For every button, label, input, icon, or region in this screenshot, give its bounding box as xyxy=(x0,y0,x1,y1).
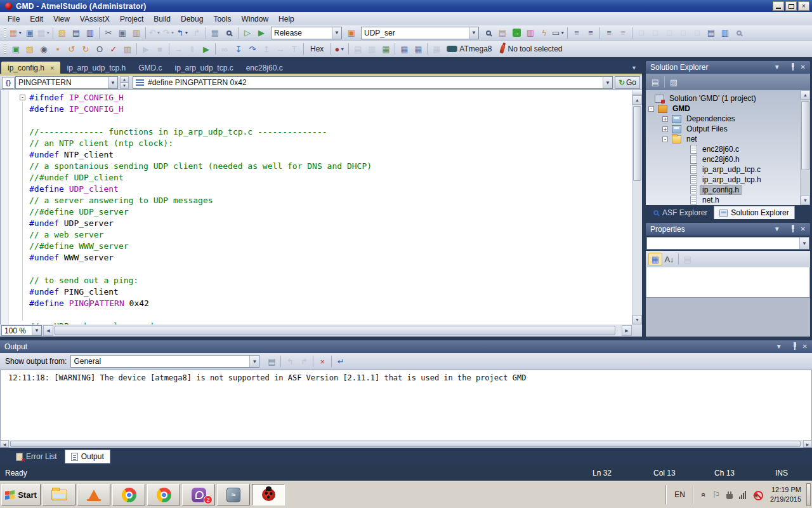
tab-GMD.c[interactable]: GMD.c xyxy=(132,62,168,74)
va-undo-icon[interactable]: ↺ xyxy=(65,43,79,55)
expand-toggle-icon[interactable]: - xyxy=(648,106,654,112)
window-position-chevron-icon[interactable]: ▼ xyxy=(774,64,780,70)
expand-toggle-icon[interactable]: - xyxy=(662,137,668,142)
va-find-references-icon[interactable]: ◉ xyxy=(37,43,51,55)
save-icon[interactable]: ▤ xyxy=(69,27,83,39)
tree-item-ip-arp-udp-tcp-c[interactable]: ip_arp_udp_tcp.c xyxy=(646,164,810,175)
va-options-icon[interactable]: ▣ xyxy=(9,43,23,55)
scroll-left-icon[interactable]: ◀ xyxy=(43,325,53,336)
maximize-button[interactable] xyxy=(785,1,797,11)
tree-vertical-scrollbar[interactable]: ▲ ▼ xyxy=(800,90,810,205)
debug-run-icon[interactable]: ▶ xyxy=(199,43,213,55)
step-over-icon[interactable]: ↷ xyxy=(246,43,259,55)
fold-toggle-icon[interactable]: - xyxy=(20,95,25,100)
chevron-down-icon[interactable]: ▼ xyxy=(32,326,41,335)
tree-item-dependencies[interactable]: +Dependencies xyxy=(646,114,810,124)
close-icon[interactable]: ✕ xyxy=(801,226,806,232)
menu-vassistx[interactable]: VAssistX xyxy=(75,13,115,25)
document-list-chevron-icon[interactable]: ▼ xyxy=(631,65,637,71)
va-redo-icon[interactable]: ↻ xyxy=(79,43,93,55)
goto-message-icon[interactable]: ▤ xyxy=(265,355,278,368)
toolbar-grip[interactable] xyxy=(4,44,6,54)
scope-icon[interactable]: {} xyxy=(2,77,15,89)
menu-tools[interactable]: Tools xyxy=(208,13,236,25)
start-button[interactable]: Start xyxy=(1,484,41,505)
chevron-down-icon[interactable]: ▼ xyxy=(469,27,478,39)
solution-explorer-header[interactable]: Solution Explorer ▼ ✕ xyxy=(646,61,810,74)
tree-item-net-h[interactable]: net.h xyxy=(646,195,810,205)
tree-item-ip-arp-udp-tcp-h[interactable]: ip_arp_udp_tcp.h xyxy=(646,175,810,185)
scroll-right-icon[interactable]: ▶ xyxy=(803,440,812,448)
expand-toggle-icon[interactable]: + xyxy=(662,116,668,122)
chevron-down-icon[interactable]: ▼ xyxy=(249,356,259,367)
window-position-chevron-icon[interactable]: ▼ xyxy=(776,344,782,350)
properties-header[interactable]: Properties ▼ ✕ xyxy=(646,223,810,236)
goto-icon[interactable]: → xyxy=(509,27,523,39)
member-combo[interactable]: #define PINGPATTERN 0x42 ▼ xyxy=(133,76,613,89)
close-icon[interactable]: ✕ xyxy=(801,64,806,70)
solution-tree[interactable]: Solution 'GMD' (1 project)-GMD+Dependenc… xyxy=(646,90,810,205)
scroll-thumb[interactable] xyxy=(633,106,641,181)
va-open-file-icon[interactable]: ▨ xyxy=(23,43,37,55)
decrease-indent-icon[interactable]: ≡ xyxy=(570,27,584,39)
properties-grid[interactable] xyxy=(646,267,810,298)
taskbar-vlc[interactable] xyxy=(77,484,110,505)
start-without-debugging-icon[interactable]: ▶ xyxy=(254,27,268,39)
va-rename-icon[interactable]: ▪ xyxy=(51,43,65,55)
cut-icon[interactable]: ✂ xyxy=(102,27,115,39)
alphabetical-icon[interactable]: A↓ xyxy=(662,253,676,265)
tab-ip_arp_udp_tcp.c[interactable]: ip_arp_udp_tcp.c xyxy=(169,62,240,74)
tab-solution-explorer[interactable]: Solution Explorer xyxy=(714,206,794,219)
chevron-down-icon[interactable]: ▼ xyxy=(108,77,117,88)
copy-icon[interactable]: ▣ xyxy=(115,27,129,39)
power-plug-icon[interactable] xyxy=(726,491,733,499)
pin-icon[interactable] xyxy=(787,342,797,352)
chevron-down-icon[interactable]: ▼ xyxy=(603,77,612,88)
new-project-icon[interactable]: ▦▼ xyxy=(9,27,23,39)
device-label[interactable]: ATmega8 xyxy=(459,44,492,53)
tree-item-output-files[interactable]: +Output Files xyxy=(646,124,810,134)
scroll-thumb[interactable] xyxy=(801,101,809,170)
search-box[interactable]: UDP_ser ▼ xyxy=(361,27,479,39)
navigate-backward-icon[interactable]: ↰▼ xyxy=(176,27,190,39)
clear-all-icon[interactable]: × xyxy=(315,355,329,368)
minimize-button[interactable] xyxy=(773,1,784,11)
window-layout-icon[interactable]: ▤ xyxy=(495,27,509,39)
chevron-down-icon[interactable]: ▼ xyxy=(799,237,809,249)
add-new-item-icon[interactable]: ▣ xyxy=(23,27,37,39)
code-text[interactable]: #ifndef IP_CONFIG_H#define IP_CONFIG_H /… xyxy=(1,90,632,324)
tab-enc28j60.c[interactable]: enc28j60.c xyxy=(240,62,289,74)
menu-build[interactable]: Build xyxy=(148,13,176,25)
taskbar-viber[interactable]: 2 xyxy=(182,484,215,505)
show-hidden-icons-chevron-icon[interactable]: « xyxy=(702,490,706,499)
menu-window[interactable]: Window xyxy=(236,13,273,25)
scroll-thumb[interactable] xyxy=(55,326,615,335)
taskbar-atmel-studio[interactable] xyxy=(252,484,285,505)
scroll-up-icon[interactable]: ▲ xyxy=(632,95,642,105)
zoom-combo[interactable]: 100 % ▼ xyxy=(1,325,42,336)
tab-close-icon[interactable]: × xyxy=(50,65,54,72)
scroll-down-icon[interactable]: ▼ xyxy=(801,196,810,205)
action-center-flag-icon[interactable]: ⚐ xyxy=(712,490,721,500)
symbol-browser-icon[interactable]: ▥ xyxy=(523,27,537,39)
tool-label[interactable]: No tool selected xyxy=(508,44,562,53)
tab-output[interactable]: Output xyxy=(65,450,110,464)
output-header[interactable]: Output ▼ ✕ xyxy=(0,340,812,353)
menu-file[interactable]: File xyxy=(3,13,25,25)
tree-item-solution-gmd-1-project-[interactable]: Solution 'GMD' (1 project) xyxy=(646,93,810,104)
tray-clock[interactable]: 12:19 PM 2/19/2015 xyxy=(770,485,801,505)
network-signal-icon[interactable] xyxy=(739,490,747,499)
categorized-icon[interactable]: ▦ xyxy=(648,253,662,265)
configuration-combo[interactable]: Release ▼ xyxy=(271,27,342,39)
start-debugging-icon[interactable]: ▷ xyxy=(240,27,254,39)
tab-asf-explorer[interactable]: ASF Explorer xyxy=(648,206,712,219)
command-window-icon[interactable]: ▭▼ xyxy=(551,27,565,39)
va-spell-check-icon[interactable]: ✓ xyxy=(107,43,121,55)
window-position-chevron-icon[interactable]: ▼ xyxy=(774,226,780,232)
properties-object-combo[interactable]: ▼ xyxy=(646,237,809,250)
hex-toggle-button[interactable]: Hex xyxy=(306,43,328,55)
taskbar-chrome-2[interactable] xyxy=(147,484,180,505)
code-editor[interactable]: - #ifndef IP_CONFIG_H#define IP_CONFIG_H… xyxy=(0,90,642,324)
pin-icon[interactable] xyxy=(785,63,796,72)
pin-icon[interactable] xyxy=(785,225,796,234)
